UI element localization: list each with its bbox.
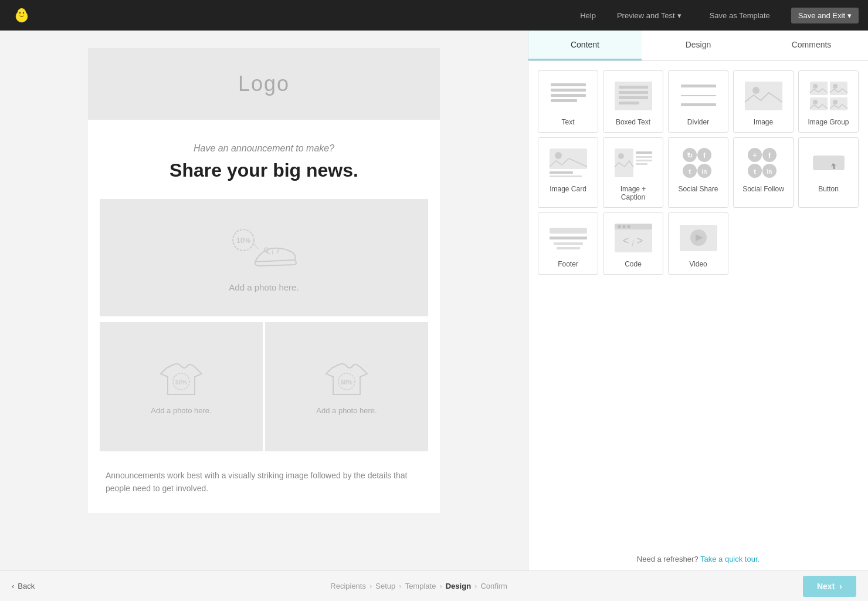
breadcrumb-template[interactable]: Template bbox=[405, 582, 436, 590]
block-video[interactable]: Video bbox=[668, 212, 728, 275]
block-image-label: Image bbox=[754, 118, 773, 126]
svg-rect-38 bbox=[550, 171, 573, 174]
back-button[interactable]: ‹ Back bbox=[12, 582, 35, 590]
block-social-follow[interactable]: + f t in Social Follow bbox=[733, 137, 794, 208]
svg-point-41 bbox=[618, 153, 624, 159]
top-nav: Help Preview and Test ▾ Save as Template… bbox=[0, 0, 868, 31]
svg-point-35 bbox=[833, 100, 838, 104]
shirt-placeholder-icon-2: 50% bbox=[320, 359, 373, 400]
svg-text:in: in bbox=[767, 168, 772, 175]
svg-text:>: > bbox=[636, 235, 643, 247]
block-divider[interactable]: Divider bbox=[668, 70, 728, 133]
next-button[interactable]: Next › bbox=[803, 576, 856, 597]
svg-point-70 bbox=[622, 225, 625, 228]
tab-content[interactable]: Content bbox=[528, 31, 642, 60]
svg-rect-22 bbox=[619, 102, 639, 104]
block-code[interactable]: < > / Code bbox=[603, 212, 663, 275]
footer-text-block[interactable]: Announcements work best with a visually … bbox=[88, 457, 440, 513]
svg-rect-63 bbox=[550, 237, 587, 239]
half-image-block-1[interactable]: 50% Add a photo here. bbox=[100, 322, 263, 451]
preview-test-btn[interactable]: Preview and Test ▾ bbox=[610, 8, 689, 23]
svg-rect-26 bbox=[745, 82, 782, 110]
email-preview-panel: Logo Have an announcement to make? Share… bbox=[0, 31, 528, 570]
svg-point-71 bbox=[627, 225, 630, 228]
announcement-block[interactable]: Have an announcement to make? Share your… bbox=[88, 120, 440, 193]
svg-rect-17 bbox=[551, 99, 577, 102]
block-text[interactable]: Text bbox=[538, 70, 598, 133]
svg-rect-66 bbox=[550, 228, 587, 234]
right-panel: Content Design Comments Text bbox=[528, 31, 868, 570]
svg-text:+: + bbox=[752, 150, 757, 160]
tab-design[interactable]: Design bbox=[642, 31, 755, 60]
next-label: Next bbox=[817, 582, 835, 591]
block-image-group[interactable]: Image Group bbox=[798, 70, 859, 133]
two-images-row: 50% Add a photo here. 50% Add a photo he… bbox=[100, 322, 428, 451]
block-social-share[interactable]: ↻ f t in Social Share bbox=[668, 137, 728, 208]
block-video-label: Video bbox=[689, 260, 707, 268]
svg-rect-39 bbox=[550, 175, 582, 177]
svg-rect-23 bbox=[681, 85, 716, 87]
breadcrumb: Recipients › Setup › Template › Design ›… bbox=[330, 582, 507, 590]
announcement-subtitle: Have an announcement to make? bbox=[106, 143, 422, 154]
email-body: Logo Have an announcement to make? Share… bbox=[88, 48, 440, 513]
full-image-block[interactable]: 10% Add a photo here. bbox=[100, 199, 428, 316]
block-boxed-text[interactable]: Boxed Text bbox=[603, 70, 663, 133]
bottom-bar: ‹ Back Recipients › Setup › Template › D… bbox=[0, 570, 868, 601]
mailchimp-logo bbox=[9, 3, 34, 28]
shoe-placeholder-icon: 10% bbox=[226, 224, 302, 276]
half-image-block-2[interactable]: 50% Add a photo here. bbox=[265, 322, 428, 451]
svg-point-31 bbox=[833, 84, 838, 89]
save-template-btn[interactable]: Save as Template bbox=[703, 8, 777, 23]
block-social-follow-label: Social Follow bbox=[742, 185, 784, 193]
svg-line-9 bbox=[253, 242, 259, 249]
svg-rect-43 bbox=[636, 156, 652, 158]
svg-point-29 bbox=[813, 84, 818, 89]
block-image-group-label: Image Group bbox=[808, 118, 849, 126]
block-divider-label: Divider bbox=[687, 118, 709, 126]
svg-rect-20 bbox=[619, 91, 648, 94]
svg-text:t: t bbox=[689, 168, 691, 175]
announcement-title: Share your big news. bbox=[106, 160, 422, 181]
refresher-text: Need a refresher? bbox=[637, 555, 699, 563]
svg-text:/: / bbox=[632, 239, 634, 248]
shirt-placeholder-icon-1: 50% bbox=[155, 359, 208, 400]
block-button[interactable]: Button bbox=[798, 137, 859, 208]
svg-text:50%: 50% bbox=[175, 379, 187, 386]
chevron-down-icon: ▾ bbox=[847, 11, 852, 20]
back-chevron-icon: ‹ bbox=[12, 582, 14, 590]
block-footer-label: Footer bbox=[558, 260, 578, 268]
breadcrumb-design[interactable]: Design bbox=[446, 582, 471, 590]
block-footer[interactable]: Footer bbox=[538, 212, 598, 275]
image-add-text-3: Add a photo here. bbox=[316, 406, 377, 415]
block-text-label: Text bbox=[561, 118, 574, 126]
logo-block[interactable]: Logo bbox=[88, 48, 440, 120]
svg-text:<: < bbox=[622, 235, 629, 247]
breadcrumb-setup[interactable]: Setup bbox=[375, 582, 395, 590]
svg-point-5 bbox=[23, 12, 24, 13]
help-link[interactable]: Help bbox=[580, 11, 596, 20]
svg-rect-45 bbox=[636, 163, 647, 165]
svg-text:↻: ↻ bbox=[687, 151, 693, 160]
svg-text:50%: 50% bbox=[341, 379, 352, 386]
block-image-card-label: Image Card bbox=[550, 185, 586, 193]
svg-rect-65 bbox=[557, 247, 580, 249]
block-code-label: Code bbox=[625, 260, 642, 268]
svg-rect-15 bbox=[551, 89, 586, 92]
save-exit-btn[interactable]: Save and Exit ▾ bbox=[791, 8, 859, 23]
tabs-bar: Content Design Comments bbox=[528, 31, 868, 61]
breadcrumb-recipients[interactable]: Recipients bbox=[330, 582, 366, 590]
block-image[interactable]: Image bbox=[733, 70, 794, 133]
breadcrumb-confirm[interactable]: Confirm bbox=[480, 582, 507, 590]
block-image-caption[interactable]: Image + Caption bbox=[603, 137, 663, 208]
svg-rect-16 bbox=[551, 94, 586, 97]
tab-comments[interactable]: Comments bbox=[755, 31, 868, 60]
block-image-caption-label: Image + Caption bbox=[608, 185, 658, 201]
svg-text:in: in bbox=[701, 168, 707, 175]
chevron-down-icon: ▾ bbox=[677, 11, 681, 20]
block-image-card[interactable]: Image Card bbox=[538, 137, 598, 208]
blocks-grid: Text Boxed Text bbox=[528, 61, 868, 548]
svg-text:f: f bbox=[768, 151, 771, 160]
svg-rect-44 bbox=[636, 160, 652, 161]
quick-tour-link[interactable]: Take a quick tour. bbox=[700, 555, 760, 563]
svg-rect-14 bbox=[551, 83, 586, 86]
